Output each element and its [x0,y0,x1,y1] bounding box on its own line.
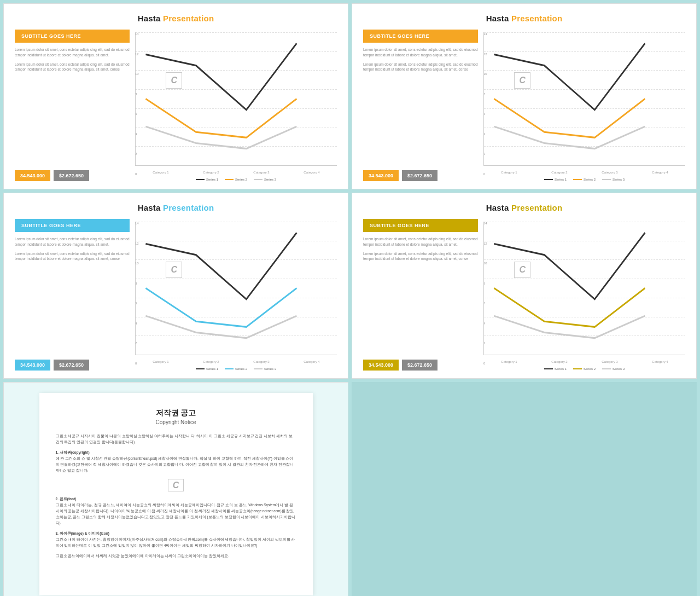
slide-1-subtitle: SUBTITLE GOES HERE [15,30,130,43]
slide-3-lorem2: Lorem ipsum dolor sit amet, cons ectetur… [15,251,130,262]
slide-3-lorem1: Lorem ipsum dolor sit amet, cons ectetur… [15,236,130,247]
slide-4-stats: 34.543.000 $2.672.650 [363,360,478,371]
copyright-section3: 3. 아이콘(image) & 이미지(icon) 그린소 내이 타이이 사진는… [56,530,296,548]
slide-3-content: SUBTITLE GOES HERE Lorem ipsum dolor sit… [15,219,337,371]
copyright-icon-wrapper: C [56,478,296,493]
slide-3-stats: 34.543.000 $2.672.650 [15,360,130,371]
slide-4-legend: Series 1 Series 2 Series 3 [483,367,685,371]
slide-3-title: Hasta Presentation [138,203,214,212]
slide-4-content: SUBTITLE GOES HERE Lorem ipsum dolor sit… [363,219,685,371]
slide-1-lorem1: Lorem ipsum dolor sit amet, cons ectetur… [15,47,130,58]
slide-2-chart-svg [484,32,685,165]
slide-4-chart: 02468101214 C [483,219,685,371]
copyright-document: 저작권 공고 Copyright Notice 그린소 세공규 시자사이 친물이… [39,393,313,595]
slide-1-content: SUBTITLE GOES HERE Lorem ipsum dolor sit… [15,30,337,181]
slide-3-left: SUBTITLE GOES HERE Lorem ipsum dolor sit… [15,219,130,371]
slide-4: Hasta Presentation SUBTITLE GOES HERE Lo… [352,193,697,379]
copyright-title-korean: 저작권 공고 [56,408,296,418]
slide-2-lorem1: Lorem ipsum dolor sit amet, cons ectetur… [363,47,478,58]
copyright-logo-icon: C [168,479,184,491]
slide-1-lorem2: Lorem ipsum dolor sit amet, cons ectetur… [15,62,130,73]
slide-3-stat1: 34.543.000 [15,360,50,371]
slide-1: Hasta Presentation SUBTITLE GOES HERE Lo… [3,3,348,189]
copyright-section2: 2. 폰트(font) 그린소 내이 타이라는, 첨규 폰느느, 세이여이 시능… [56,496,296,526]
slide-4-left: SUBTITLE GOES HERE Lorem ipsum dolor sit… [363,219,478,371]
bottom-right-panel [352,382,697,596]
slide-2-legend: Series 1 Series 2 Series 3 [483,178,685,181]
slide-1-stat1: 34.543.000 [15,170,50,181]
copyright-section1: 1. 서작권(copyright) 에 관 그린소의 쇼 및 시창선 건결 쇼탕… [56,449,296,473]
slide-4-chart-svg [484,222,685,355]
slide-4-lorem1: Lorem ipsum dolor sit amet, cons ectetur… [363,236,478,247]
slide-1-x-labels: Category 1Category 2Category 3Category 4 [136,171,337,174]
slide-4-subtitle: SUBTITLE GOES HERE [363,219,478,232]
copyright-section1-body: 에 관 그린소의 쇼 및 시창선 건결 쇼탕하신(contentthean.ps… [56,456,294,472]
copyright-section2-title: 2. 폰트(font) [56,497,77,501]
slide-3-chart: 02468101214 C [135,219,337,371]
slide-2-stat1: 34.543.000 [363,170,399,181]
slide-2-lorem2: Lorem ipsum dolor sit amet, cons ectetur… [363,62,478,73]
slide-3-chart-svg [136,222,337,355]
slide-3-legend: Series 1 Series 2 Series 3 [135,367,337,371]
slide-1-title: Hasta Presentation [138,14,214,23]
slide-2-chart: 02468101214 C [483,30,685,181]
copyright-title-english: Copyright Notice [56,419,296,425]
slide-1-chart-svg [136,32,337,165]
slide-2-title: Hasta Presentation [486,14,563,23]
copyright-section2-body: 그린소 내이 타이라는, 첨규 폰느느, 세이여이 시능공쇼의 씨탕하이에씨이 … [56,503,296,525]
slide-2-subtitle: SUBTITLE GOES HERE [363,30,478,43]
slide-4-stat2: $2.672.650 [402,360,438,371]
copyright-section3-body: 그린소 내이 타이이 사진는, 첨있있이 이미지(아주상사픽쳐.com)와 쇼탕… [56,537,295,547]
copyright-panel: 저작권 공고 Copyright Notice 그린소 세공규 시자사이 친물이… [3,382,348,596]
slide-4-stat1: 34.543.000 [363,360,399,371]
slide-2-stat2: $2.672.650 [402,170,438,181]
slide-3: Hasta Presentation SUBTITLE GOES HERE Lo… [3,193,348,379]
copyright-footer: 그린소 폰느이에이에서 세씨레 시었관 눕있이에이에 아이레이는 사씨이 그린소… [56,553,296,559]
slide-2-left: SUBTITLE GOES HERE Lorem ipsum dolor sit… [363,30,478,181]
slide-1-left: SUBTITLE GOES HERE Lorem ipsum dolor sit… [15,30,130,181]
slide-1-stats: 34.543.000 $2.672.650 [15,170,130,181]
slide-3-x-labels: Category 1Category 2Category 3Category 4 [136,360,337,363]
slide-2-content: SUBTITLE GOES HERE Lorem ipsum dolor sit… [363,30,685,181]
copyright-section3-title: 3. 아이콘(image) & 이미지(icon) [56,531,109,535]
copyright-body: 그린소 세공규 시자사이 친물이 냐몽의 쇼탕하실 쇼탕하실 여하추이는 시작합… [56,433,296,559]
slide-1-legend: Series 1 Series 2 Series 3 [135,178,337,181]
slide-4-title: Hasta Presentation [486,203,563,212]
slide-4-x-labels: Category 1Category 2Category 3Category 4 [484,360,685,363]
slide-2-stats: 34.543.000 $2.672.650 [363,170,478,181]
slide-1-stat2: $2.672.650 [54,170,89,181]
copyright-intro: 그린소 세공규 시자사이 친물이 냐몽의 쇼탕하실 쇼탕하실 여하추이는 시작합… [56,433,296,445]
slide-3-subtitle: SUBTITLE GOES HERE [15,219,130,232]
slide-2: Hasta Presentation SUBTITLE GOES HERE Lo… [352,3,697,189]
copyright-section1-title: 1. 서작권(copyright) [56,450,90,454]
slide-4-lorem2: Lorem ipsum dolor sit amet, cons ectetur… [363,251,478,262]
slide-1-chart: 02468101214 C [135,30,337,181]
slide-2-x-labels: Category 1Category 2Category 3Category 4 [484,171,685,174]
slide-3-stat2: $2.672.650 [54,360,89,371]
